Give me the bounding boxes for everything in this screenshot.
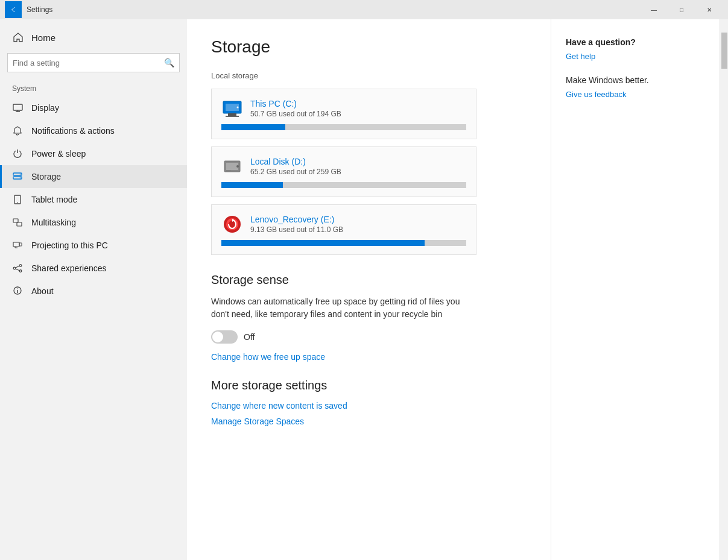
svg-point-13: [19, 270, 22, 272]
right-panel: Have a question? Get help Make Windows b…: [551, 19, 720, 560]
drive-e-size: 9.13 GB used out of 11.0 GB: [250, 225, 466, 234]
drive-e-name[interactable]: Lenovo_Recovery (E:): [250, 215, 466, 224]
scrollbar[interactable]: [720, 19, 728, 560]
give-feedback-link[interactable]: Give us feedback: [566, 90, 705, 99]
svg-rect-9: [17, 222, 22, 226]
drive-c-info: This PC (C:) 50.7 GB used out of 194 GB: [250, 99, 466, 118]
more-settings-title: More storage settings: [211, 379, 527, 392]
drive-c-header: This PC (C:) 50.7 GB used out of 194 GB: [221, 98, 466, 119]
drive-d-info: Local Disk (D:) 65.2 GB used out of 259 …: [250, 157, 466, 176]
recovery-drive-icon: [221, 213, 243, 235]
drive-d-progress-fill: [221, 182, 283, 188]
sidebar-item-home[interactable]: Home: [0, 19, 187, 53]
drive-c-card[interactable]: This PC (C:) 50.7 GB used out of 194 GB: [211, 89, 476, 139]
app-body: Home 🔍 System Display: [0, 19, 728, 560]
sidebar-label-tablet: Tablet mode: [31, 195, 77, 204]
more-settings-section: More storage settings Change where new c…: [211, 379, 527, 426]
drive-d-header: Local Disk (D:) 65.2 GB used out of 259 …: [221, 156, 466, 177]
minimize-button[interactable]: —: [640, 0, 668, 19]
svg-point-4: [20, 174, 21, 175]
svg-rect-10: [13, 242, 19, 247]
help-title: Have a question?: [566, 37, 705, 47]
svg-rect-20: [226, 116, 239, 117]
svg-rect-19: [228, 113, 236, 116]
drive-d-name[interactable]: Local Disk (D:): [250, 157, 466, 166]
svg-point-16: [17, 288, 17, 289]
drive-e-progress-fill: [221, 240, 425, 246]
sidebar-label-notifications: Notifications & actions: [31, 126, 115, 136]
get-help-link[interactable]: Get help: [566, 52, 705, 61]
drive-d-size: 65.2 GB used out of 259 GB: [250, 168, 466, 176]
main-content: Storage Local storage This PC (C:) 50.7 …: [187, 19, 551, 560]
sidebar-section-label: System: [0, 77, 187, 96]
sidebar-label-display: Display: [31, 103, 59, 113]
sidebar-item-storage[interactable]: Storage: [0, 165, 187, 188]
drive-e-info: Lenovo_Recovery (E:) 9.13 GB used out of…: [250, 215, 466, 234]
share-icon: [12, 263, 23, 274]
sidebar-label-shared: Shared experiences: [31, 263, 107, 273]
storage-sense-toggle[interactable]: [211, 330, 238, 344]
svg-point-12: [19, 265, 22, 267]
back-button[interactable]: [5, 1, 22, 18]
change-freespace-link[interactable]: Change how we free up space: [211, 352, 527, 362]
sidebar-item-display[interactable]: Display: [0, 96, 187, 119]
svg-point-14: [13, 267, 16, 269]
sidebar-label-multitasking: Multitasking: [31, 218, 76, 227]
sidebar-label-about: About: [31, 286, 54, 296]
pc-drive-icon: [221, 98, 243, 119]
toggle-knob: [212, 332, 223, 342]
drive-e-card[interactable]: Lenovo_Recovery (E:) 9.13 GB used out of…: [211, 204, 476, 255]
sidebar: Home 🔍 System Display: [0, 19, 187, 560]
disk-drive-icon: [221, 156, 243, 177]
home-icon: [12, 31, 24, 43]
bell-icon: [12, 125, 23, 136]
drive-d-card[interactable]: Local Disk (D:) 65.2 GB used out of 259 …: [211, 146, 476, 197]
sidebar-label-power: Power & sleep: [31, 149, 86, 159]
search-input[interactable]: [13, 58, 164, 68]
drive-c-progress-bg: [221, 124, 466, 130]
local-storage-label: Local storage: [211, 71, 527, 80]
sidebar-item-shared[interactable]: Shared experiences: [0, 257, 187, 280]
scrollbar-thumb[interactable]: [721, 33, 727, 69]
search-icon: 🔍: [164, 58, 174, 68]
page-title: Storage: [211, 37, 527, 57]
svg-point-24: [236, 165, 239, 168]
info-icon: [12, 286, 23, 297]
storage-sense-title: Storage sense: [211, 273, 527, 287]
svg-rect-8: [13, 219, 18, 222]
storage-sense-section: Storage sense Windows can automatically …: [211, 273, 527, 362]
sidebar-label-storage: Storage: [31, 172, 61, 181]
svg-rect-1: [13, 104, 22, 110]
toggle-row: Off: [211, 330, 527, 344]
drive-e-header: Lenovo_Recovery (E:) 9.13 GB used out of…: [221, 213, 466, 235]
svg-marker-0: [11, 7, 15, 12]
storage-sense-desc: Windows can automatically free up space …: [211, 295, 476, 321]
drive-d-progress-bg: [221, 182, 466, 188]
svg-rect-25: [226, 171, 231, 171]
change-content-location-link[interactable]: Change where new content is saved: [211, 401, 527, 411]
manage-storage-spaces-link[interactable]: Manage Storage Spaces: [211, 417, 527, 426]
monitor-icon: [12, 102, 23, 113]
window-title: Settings: [27, 5, 640, 14]
svg-point-21: [237, 107, 239, 109]
maximize-button[interactable]: □: [668, 0, 695, 19]
toggle-label: Off: [244, 332, 255, 342]
close-button[interactable]: ✕: [695, 0, 723, 19]
storage-icon: [12, 171, 23, 182]
home-label: Home: [31, 33, 55, 43]
power-icon: [12, 148, 23, 159]
svg-point-5: [20, 177, 21, 178]
sidebar-item-notifications[interactable]: Notifications & actions: [0, 119, 187, 142]
sidebar-item-about[interactable]: About: [0, 280, 187, 303]
sidebar-item-power[interactable]: Power & sleep: [0, 142, 187, 165]
search-box[interactable]: 🔍: [7, 53, 180, 72]
svg-point-7: [17, 202, 18, 203]
feedback-title: Make Windows better.: [566, 75, 705, 85]
sidebar-item-tablet[interactable]: Tablet mode: [0, 188, 187, 211]
sidebar-item-multitasking[interactable]: Multitasking: [0, 211, 187, 234]
drive-e-progress-bg: [221, 240, 466, 246]
sidebar-item-projecting[interactable]: Projecting to this PC: [0, 234, 187, 257]
window-controls: — □ ✕: [640, 0, 723, 19]
drive-c-name[interactable]: This PC (C:): [250, 99, 466, 109]
title-bar: Settings — □ ✕: [0, 0, 728, 19]
